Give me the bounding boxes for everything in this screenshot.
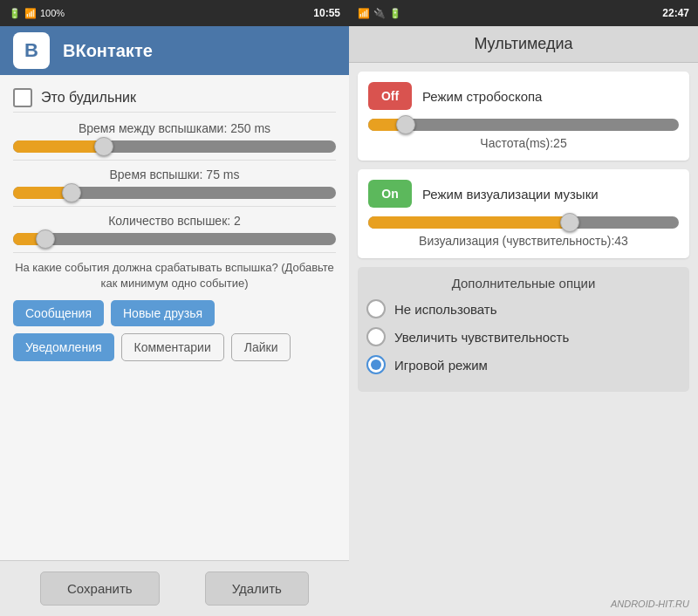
- tag-comments[interactable]: Комментарии: [121, 333, 224, 361]
- radio-increase-sensitivity-circle[interactable]: [366, 327, 386, 346]
- strobe-freq-label: Частота(ms):25: [368, 136, 679, 150]
- vk-logo: В: [13, 32, 50, 69]
- save-button[interactable]: Сохранить: [40, 572, 160, 606]
- strobe-toggle-row: Off Режим стробоскопа: [368, 82, 679, 110]
- slider-flash-count-label: Количество вспышек: 2: [13, 214, 336, 228]
- strobe-toggle-button[interactable]: Off: [368, 82, 412, 110]
- right-status-icons: 📶 🔌 🔋: [358, 8, 401, 19]
- strobe-slider-thumb[interactable]: [396, 115, 415, 134]
- slider-flash-duration-track[interactable]: [13, 187, 336, 199]
- music-card: On Режим визуализации музыки Визуализаци…: [358, 169, 689, 258]
- slider-flash-duration: Время вспышки: 75 ms: [13, 168, 336, 207]
- slider-flash-interval-track[interactable]: [13, 140, 336, 153]
- music-slider-thumb[interactable]: [560, 213, 579, 232]
- right-usb-icon: 🔌: [373, 8, 386, 19]
- radio-no-use-circle[interactable]: [366, 299, 386, 318]
- slider-flash-count-track[interactable]: [13, 233, 336, 245]
- strobe-card: Off Режим стробоскопа Частота(ms):25: [358, 72, 689, 161]
- alarm-label: Это будильник: [41, 90, 136, 106]
- slider-flash-interval: Время между вспышками: 250 ms: [13, 121, 336, 161]
- radio-increase-sensitivity-label: Увеличить чувствительность: [394, 330, 569, 345]
- slider-flash-count: Количество вспышек: 2: [13, 214, 336, 253]
- slider-flash-count-thumb[interactable]: [36, 229, 55, 249]
- radio-increase-sensitivity[interactable]: Увеличить чувствительность: [366, 327, 681, 346]
- multimedia-title: Мультимедиа: [474, 35, 572, 52]
- left-time: 10:55: [313, 7, 340, 19]
- tags-row-2: Уведомления Комментарии Лайки: [13, 333, 336, 361]
- right-content: Off Режим стробоскопа Частота(ms):25 On …: [349, 63, 698, 616]
- music-toggle-row: On Режим визуализации музыки: [368, 180, 679, 208]
- tag-friends[interactable]: Новые друзья: [111, 300, 215, 326]
- multimedia-header: Мультимедиа: [349, 26, 698, 63]
- music-sensitivity-label: Визуализация (чувствительность):43: [368, 234, 679, 248]
- vk-header: В ВКонтакте: [0, 26, 349, 75]
- status-bar-right: 📶 🔌 🔋 22:47: [349, 0, 698, 26]
- left-panel: 🔋 📶 100% 10:55 В ВКонтакте Это будильник…: [0, 0, 349, 616]
- radio-game-mode-label: Игровой режим: [394, 358, 488, 373]
- left-content: Это будильник Время между вспышками: 250…: [0, 75, 349, 560]
- battery-icon: 🔋: [9, 8, 21, 19]
- right-time: 22:47: [662, 7, 689, 19]
- slider-flash-interval-label: Время между вспышками: 250 ms: [13, 121, 336, 135]
- tag-messages[interactable]: Сообщения: [13, 300, 104, 326]
- alarm-row: Это будильник: [13, 84, 336, 113]
- delete-button[interactable]: Удалить: [205, 572, 309, 606]
- wifi-icon: 100%: [40, 8, 65, 18]
- bottom-buttons: Сохранить Удалить: [0, 560, 349, 616]
- right-battery-icon: 🔋: [389, 8, 401, 19]
- radio-no-use[interactable]: Не использовать: [366, 299, 681, 318]
- right-panel: 📶 🔌 🔋 22:47 Мультимедиа Off Режим стробо…: [349, 0, 698, 616]
- tag-notifications[interactable]: Уведомления: [13, 333, 114, 361]
- alarm-checkbox[interactable]: [13, 88, 32, 107]
- watermark: ANDROID-HIT.RU: [611, 599, 689, 609]
- music-mode-label: Режим визуализации музыки: [422, 187, 599, 202]
- radio-no-use-label: Не использовать: [394, 302, 496, 317]
- tag-likes[interactable]: Лайки: [231, 333, 291, 361]
- left-status-icons: 🔋 📶 100%: [9, 8, 65, 19]
- vk-app-title: ВКонтакте: [63, 41, 153, 61]
- strobe-slider-track[interactable]: [368, 119, 679, 131]
- music-toggle-button[interactable]: On: [368, 180, 412, 208]
- additional-options: Дополнительные опции Не использовать Уве…: [358, 267, 689, 392]
- status-bar-left: 🔋 📶 100% 10:55: [0, 0, 349, 26]
- slider-flash-duration-thumb[interactable]: [62, 183, 81, 202]
- right-signal-icon: 📶: [358, 8, 370, 19]
- signal-icon: 📶: [24, 8, 37, 19]
- radio-game-mode[interactable]: Игровой режим: [366, 355, 681, 374]
- event-description: На какие события должна срабатывать вспы…: [13, 260, 336, 291]
- slider-flash-duration-label: Время вспышки: 75 ms: [13, 168, 336, 181]
- music-slider-track[interactable]: [368, 216, 679, 229]
- slider-flash-interval-thumb[interactable]: [94, 137, 113, 156]
- strobe-mode-label: Режим стробоскопа: [422, 89, 542, 104]
- radio-game-mode-circle[interactable]: [366, 355, 386, 374]
- additional-title: Дополнительные опции: [366, 276, 681, 291]
- tags-row: Сообщения Новые друзья: [13, 300, 336, 326]
